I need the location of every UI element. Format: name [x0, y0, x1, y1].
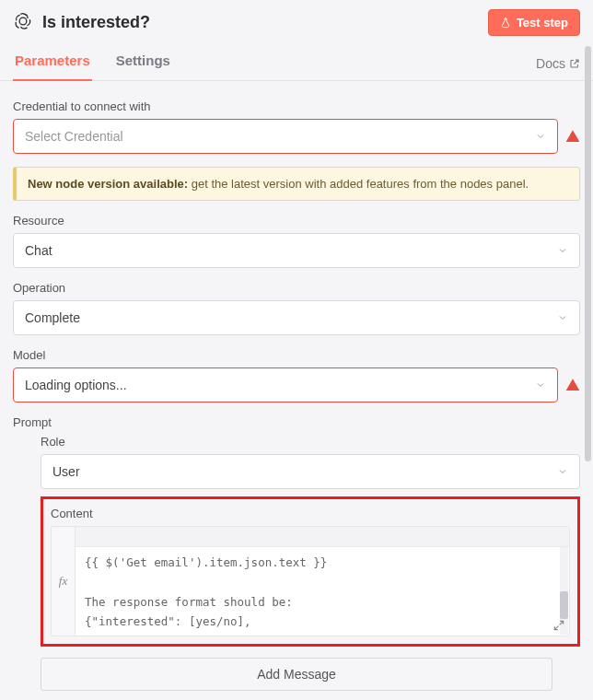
resource-label: Resource [13, 214, 580, 228]
prompt-label: Prompt [13, 415, 580, 429]
content-editor: fx {{ $('Get email').item.json.text }} T… [51, 526, 570, 636]
resource-select[interactable]: Chat [13, 233, 580, 268]
role-label: Role [41, 435, 580, 449]
test-step-button[interactable]: Test step [488, 9, 580, 36]
warning-icon [565, 378, 580, 392]
banner-strong: New node version available: [28, 177, 188, 191]
content-group-highlight: Content fx {{ $('Get email').item.json.t… [41, 496, 580, 647]
warning-icon [565, 129, 580, 144]
page-scrollbar[interactable] [585, 46, 591, 694]
credential-placeholder: Select Credential [25, 129, 123, 144]
role-select[interactable]: User [41, 454, 580, 489]
chevron-down-icon [557, 245, 568, 256]
header: Is interested? Test step [0, 0, 593, 43]
content-text[interactable]: {{ $('Get email').item.json.text }} The … [76, 547, 569, 636]
flask-icon [500, 18, 511, 29]
chevron-down-icon [557, 312, 568, 323]
add-message-button[interactable]: Add Message [41, 658, 552, 691]
operation-value: Complete [25, 310, 80, 325]
page-title: Is interested? [42, 13, 150, 32]
test-step-label: Test step [517, 16, 568, 29]
svg-point-0 [19, 18, 27, 25]
expression-fx-icon[interactable]: fx [51, 526, 75, 636]
operation-label: Operation [13, 281, 580, 295]
code-header [76, 527, 569, 547]
banner-text: get the latest version with added featur… [188, 177, 529, 191]
resource-value: Chat [25, 243, 52, 258]
version-banner: New node version available: get the late… [13, 167, 580, 201]
docs-link[interactable]: Docs [536, 56, 580, 80]
content-label: Content [51, 507, 570, 520]
role-value: User [52, 464, 80, 479]
model-label: Model [13, 348, 580, 362]
page-scroll-thumb[interactable] [585, 46, 591, 461]
tabs: Parameters Settings Docs [0, 43, 593, 81]
chevron-down-icon [557, 466, 568, 477]
tab-settings[interactable]: Settings [114, 43, 172, 81]
header-left: Is interested? [13, 11, 150, 35]
model-value: Loading options... [25, 378, 127, 392]
model-select[interactable]: Loading options... [13, 368, 558, 402]
credential-select[interactable]: Select Credential [13, 119, 558, 154]
tab-parameters[interactable]: Parameters [13, 43, 92, 81]
chevron-down-icon [535, 131, 546, 142]
operation-select[interactable]: Complete [13, 300, 580, 335]
credential-label: Credential to connect with [13, 99, 580, 113]
docs-label: Docs [536, 56, 565, 71]
content-code-area[interactable]: {{ $('Get email').item.json.text }} The … [75, 526, 570, 636]
external-link-icon [569, 58, 580, 69]
chevron-down-icon [535, 379, 546, 391]
code-scroll-thumb[interactable] [560, 591, 568, 619]
content: Credential to connect with Select Creden… [0, 81, 593, 700]
expand-icon[interactable] [552, 619, 565, 632]
openai-icon [13, 11, 33, 35]
